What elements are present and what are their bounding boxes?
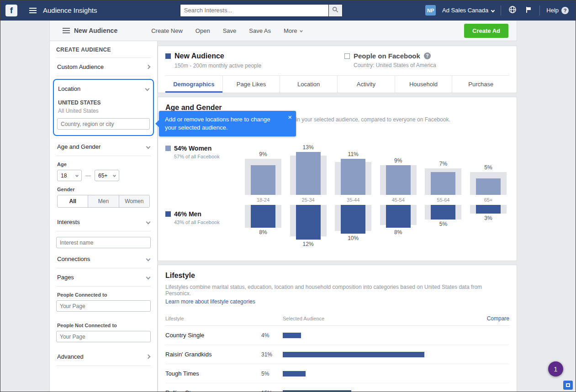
women-bar-value: 13%	[303, 144, 314, 151]
tab-demographics[interactable]: Demographics	[165, 76, 222, 93]
toolbar-action-open[interactable]: Open	[196, 27, 210, 34]
globe-button[interactable]	[507, 5, 518, 16]
lifestyle-row-country-single[interactable]: Country Single4%	[165, 326, 509, 345]
people-not-connected-input[interactable]	[56, 331, 151, 342]
interest-search	[180, 4, 343, 17]
search-input[interactable]	[180, 4, 329, 17]
close-icon[interactable]: ×	[288, 113, 292, 121]
lifestyle-row-rolling-stones[interactable]: Rolling Stones15%	[165, 383, 509, 392]
tab-purchase[interactable]: Purchase	[452, 76, 509, 93]
chevron-down-icon	[75, 174, 79, 177]
audience-menu-icon[interactable]	[63, 28, 70, 33]
compare-title: People on Facebook	[354, 52, 420, 60]
lifestyle-bar-cell	[283, 333, 473, 338]
women-bar[interactable]	[296, 152, 321, 195]
toolbar-action-create-new[interactable]: Create New	[151, 27, 183, 34]
corner-widget-icon[interactable]	[563, 381, 573, 390]
tab-household[interactable]: Household	[395, 76, 452, 93]
gender-option-women[interactable]: Women	[119, 195, 149, 207]
women-bar[interactable]	[341, 159, 365, 195]
help-button[interactable]: Help ?	[546, 7, 569, 14]
lifestyle-row-raisin-grandkids[interactable]: Raisin' Grandkids31%	[165, 345, 509, 364]
toolbar-action-save-as[interactable]: Save As	[249, 27, 271, 34]
lifestyle-row-name: Raisin' Grandkids	[165, 351, 261, 358]
info-icon[interactable]: ?	[424, 52, 431, 59]
notification-badge[interactable]: 1	[548, 361, 563, 376]
women-bar-cell: 9%	[380, 141, 417, 195]
sidebar-item-interests[interactable]: Interests	[56, 213, 151, 231]
age-max-select[interactable]: 65+	[95, 170, 119, 181]
tab-page-likes[interactable]: Page Likes	[222, 76, 280, 93]
age-gender-label: Age and Gender	[57, 143, 100, 150]
sidebar-item-advanced[interactable]: Advanced	[56, 348, 151, 366]
compare-link[interactable]: Compare	[473, 315, 509, 322]
tab-activity[interactable]: Activity	[337, 76, 395, 93]
interests-label: Interests	[57, 219, 80, 225]
men-bar-wrap	[380, 205, 417, 228]
toolbar-action-more[interactable]: More	[284, 27, 302, 34]
women-bar-value: 11%	[348, 151, 359, 157]
lifestyle-bar-cell	[283, 371, 473, 376]
flag-button[interactable]	[524, 5, 533, 16]
sidebar-header: CREATE AUDIENCE	[56, 47, 151, 58]
custom-audience-label: Custom Audience	[57, 63, 104, 70]
men-bar[interactable]	[476, 205, 501, 214]
men-bar[interactable]	[386, 205, 411, 228]
menu-icon[interactable]	[29, 8, 37, 13]
sidebar-item-custom-audience[interactable]: Custom Audience	[56, 58, 151, 76]
lifestyle-column-header: Lifestyle	[165, 316, 261, 321]
men-bar-cell: 12%	[290, 205, 327, 252]
men-bar[interactable]	[431, 205, 455, 220]
age-min-value: 18	[61, 172, 67, 179]
men-bar[interactable]	[251, 205, 275, 228]
men-bar[interactable]	[341, 205, 365, 234]
main-column: New Audience 150m - 200m monthly active …	[158, 41, 517, 392]
facebook-logo-icon[interactable]: f	[5, 5, 17, 16]
women-bar[interactable]	[476, 178, 501, 195]
app-title: Audience Insights	[43, 6, 97, 14]
age-max-value: 65+	[98, 172, 107, 179]
lifestyle-row-tough-times[interactable]: Tough Times5%	[165, 364, 509, 383]
age-min-select[interactable]: 18	[57, 170, 82, 181]
create-ad-button[interactable]: Create Ad	[464, 24, 508, 38]
search-button[interactable]	[329, 4, 343, 17]
lifestyle-rows: Country Single4%Raisin' Grandkids31%Toug…	[165, 326, 509, 392]
women-bar-cell: 11%	[335, 141, 371, 195]
lifestyle-bar	[283, 371, 306, 376]
sidebar-item-age-and-gender[interactable]: Age and Gender	[56, 138, 151, 156]
women-bar[interactable]	[251, 165, 275, 195]
gender-option-all[interactable]: All	[58, 195, 88, 207]
search-icon	[332, 6, 338, 14]
sidebar-item-pages[interactable]: Pages	[56, 268, 151, 287]
women-bar[interactable]	[431, 172, 455, 195]
women-bar[interactable]	[386, 165, 411, 195]
interests-input[interactable]	[56, 237, 151, 248]
globe-icon	[508, 5, 517, 15]
men-legend-label: 46% Men	[174, 210, 201, 218]
age-gender-panel: Age and Gender Self-reported age and gen…	[158, 97, 517, 261]
lifestyle-learn-more-link[interactable]: Learn more about lifestyle categories	[165, 298, 255, 305]
account-dropdown[interactable]: Ad Sales Canada	[442, 7, 494, 14]
toolbar-action-save[interactable]: Save	[223, 27, 237, 34]
tab-location[interactable]: Location	[280, 76, 337, 93]
audience-header-panel: New Audience 150m - 200m monthly active …	[158, 46, 517, 93]
men-bar[interactable]	[296, 205, 321, 240]
content: CREATE AUDIENCE Custom Audience Location…	[49, 41, 517, 392]
toolbar-actions: Create NewOpenSaveSave AsMore	[151, 27, 302, 34]
men-bar-value: 5%	[439, 221, 447, 227]
avatar[interactable]: NP	[425, 5, 436, 16]
sidebar-item-location[interactable]: Location	[57, 80, 150, 98]
advanced-label: Advanced	[57, 353, 84, 360]
women-bar-wrap	[425, 168, 461, 195]
location-input[interactable]	[57, 118, 150, 130]
men-bar-wrap	[470, 205, 507, 214]
gender-label: Gender	[57, 187, 150, 192]
women-bar-value: 7%	[439, 161, 447, 167]
location-selection: All United States	[58, 108, 149, 114]
gender-option-men[interactable]: Men	[88, 195, 118, 207]
sidebar-item-connections[interactable]: Connections	[56, 250, 151, 268]
women-legend-label: 54% Women	[174, 145, 211, 152]
people-connected-input[interactable]	[56, 300, 151, 312]
age-range-separator: —	[85, 172, 91, 179]
men-bar-value: 10%	[348, 235, 359, 241]
